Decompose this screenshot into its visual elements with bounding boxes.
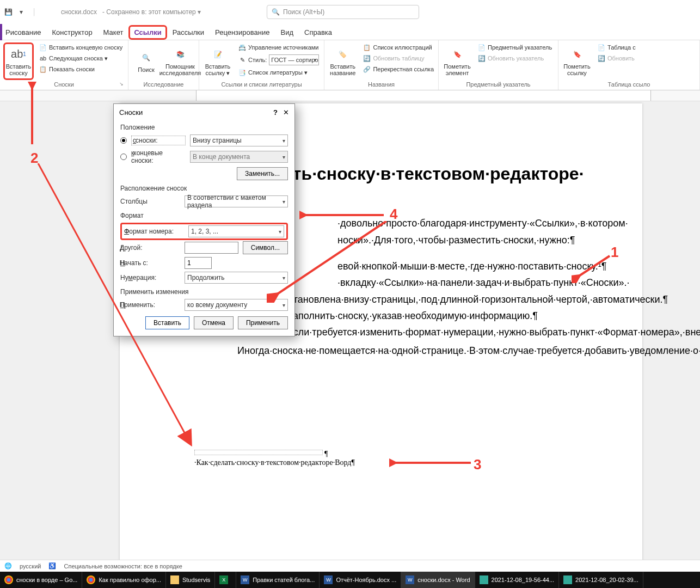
crossref-icon: 🔗 bbox=[363, 65, 371, 73]
search-button[interactable]: 🔍Поиск bbox=[132, 42, 161, 80]
tab-draw[interactable]: Рисование bbox=[0, 25, 46, 40]
layout-heading: Расположение сносок bbox=[120, 185, 288, 192]
subject-index-button[interactable]: 📄Предметный указатель bbox=[477, 42, 553, 52]
mark-entry-icon: 🔖 bbox=[450, 47, 465, 62]
numbering-select[interactable]: Продолжить bbox=[185, 272, 288, 284]
search-box[interactable]: 🔍 Поиск (Alt+Ы) bbox=[267, 5, 419, 19]
doc-li2a: ·вкладку·«Ссылки»·на·панели·задач·и·выбр… bbox=[337, 276, 599, 289]
insert-citation-button[interactable]: 📝Вставить ссылку ▾ bbox=[202, 42, 233, 80]
accessibility-icon[interactable]: ♿ bbox=[48, 562, 56, 569]
tab-help[interactable]: Справка bbox=[299, 25, 337, 40]
endnotes-label[interactable]: кконцевые сноски: bbox=[131, 149, 186, 164]
task-chrome-2[interactable]: Как правильно офор... bbox=[82, 572, 166, 588]
help-icon[interactable]: ? bbox=[273, 108, 278, 117]
mark-citation-button[interactable]: 🔖Пометить ссылку bbox=[562, 42, 592, 80]
task-excel[interactable]: X bbox=[215, 572, 236, 588]
start-label: ННачать с: bbox=[120, 259, 180, 267]
insert-endnote-button[interactable]: 📄Вставить концевую сноску bbox=[38, 42, 124, 52]
footnotes-label[interactable]: ссноски: bbox=[131, 136, 186, 145]
task-folder[interactable]: Studservis bbox=[166, 572, 215, 588]
manage-sources-button[interactable]: 📇Управление источниками bbox=[237, 42, 320, 52]
tab-review[interactable]: Рецензирование bbox=[210, 25, 275, 40]
tab-layout[interactable]: Макет bbox=[98, 25, 129, 40]
more-icon[interactable]: ▾ bbox=[16, 7, 26, 17]
cross-ref-button[interactable]: 🔗Перекрестная ссылка bbox=[362, 64, 435, 74]
update-table-button[interactable]: 🔄Обновить таблицу bbox=[362, 53, 435, 63]
apply-button[interactable]: Применить bbox=[238, 316, 288, 329]
task-word-2[interactable]: WОтчёт-Ноябрь.docx ... bbox=[320, 572, 401, 588]
toa-group-label: Таблица ссыло bbox=[562, 80, 696, 89]
apply-select[interactable]: ко всему документу bbox=[185, 299, 288, 311]
next-footnote-button[interactable]: abСледующая сноска ▾ bbox=[38, 53, 124, 63]
caption-icon: 🏷️ bbox=[335, 47, 351, 62]
numbering-label: Нумерация: bbox=[120, 274, 180, 281]
symbol-button[interactable]: Символ... bbox=[243, 241, 288, 254]
chrome-icon bbox=[87, 575, 95, 584]
image-icon bbox=[563, 575, 572, 584]
tab-view[interactable]: Вид bbox=[275, 25, 299, 40]
index-icon: 📄 bbox=[478, 44, 486, 51]
sources-icon: 📇 bbox=[238, 44, 246, 51]
task-img-2[interactable]: 2021-12-08_20-02-39... bbox=[559, 572, 643, 588]
document-area[interactable]: ать·сноску·в·текстовом·редакторе· ·довол… bbox=[0, 101, 700, 561]
footnotes-radio[interactable] bbox=[120, 137, 127, 144]
annotation-2: 2 bbox=[30, 150, 38, 167]
doc-heading: ать·сноску·в·текстовом·редакторе· bbox=[283, 163, 599, 184]
endnotes-position-select: В конце документа bbox=[190, 151, 288, 163]
next-footnote-icon: ab bbox=[39, 54, 47, 62]
footnote-pilcrow: ¶ bbox=[324, 450, 328, 458]
show-footnotes-button[interactable]: 📋Показать сноски bbox=[38, 64, 124, 74]
task-img-1[interactable]: 2021-12-08_19-56-44... bbox=[475, 572, 560, 588]
divider-icon: │ bbox=[29, 7, 39, 17]
endnotes-radio[interactable] bbox=[120, 154, 127, 160]
footnotes-position-select[interactable]: Внизу страницы bbox=[190, 134, 288, 146]
cancel-button[interactable]: Отмена bbox=[194, 316, 234, 329]
save-icon[interactable]: 💾 bbox=[3, 7, 13, 17]
tab-references[interactable]: Ссылки bbox=[128, 25, 167, 40]
apply-label: ППрименить: bbox=[120, 301, 180, 309]
columns-select[interactable]: В соответствии с макетом раздела bbox=[185, 195, 288, 207]
mark-citation-icon: 🔖 bbox=[569, 47, 585, 62]
dialog-titlebar[interactable]: Сноски ? ✕ bbox=[114, 104, 294, 120]
style-value[interactable]: ГОСТ — сортиро bbox=[269, 54, 319, 65]
bibliography-button[interactable]: 📑Список литературы ▾ bbox=[237, 68, 320, 77]
update-index-button[interactable]: 🔄Обновить указатель bbox=[477, 53, 553, 63]
start-spinner[interactable] bbox=[185, 257, 212, 269]
position-heading: Положение bbox=[120, 124, 288, 131]
footnote-text: ·Как·сделать·сноску·в·текстовом·редактор… bbox=[194, 458, 355, 467]
num-format-select[interactable]: 1, 2, 3, ... bbox=[188, 225, 284, 237]
citation-icon: 📝 bbox=[210, 47, 225, 62]
tab-mailings[interactable]: Рассылки bbox=[167, 25, 210, 40]
replace-button[interactable]: Заменить... bbox=[237, 167, 288, 180]
apply-heading: Применить изменения bbox=[120, 288, 288, 296]
close-icon[interactable]: ✕ bbox=[283, 108, 289, 117]
update-toa-icon: 🔄 bbox=[598, 54, 605, 62]
dialog-launcher-icon[interactable]: ↘ bbox=[119, 81, 124, 87]
word-icon: W bbox=[406, 575, 414, 584]
insert-caption-button[interactable]: 🏷️Вставить название bbox=[328, 42, 358, 80]
task-chrome[interactable]: сноски в ворде – Go... bbox=[0, 572, 82, 588]
other-label: дДругой: bbox=[120, 244, 180, 252]
toa-icon: 📄 bbox=[598, 44, 605, 51]
doc-li1: евой·кнопкой·мыши·в·месте,·где·нужно·пос… bbox=[337, 260, 599, 273]
insert-footnote-button[interactable]: ab1 Вставить сноску bbox=[3, 42, 34, 80]
tab-design[interactable]: Конструктор bbox=[46, 25, 97, 40]
lang-icon[interactable]: 🌐 bbox=[4, 562, 12, 569]
insert-button[interactable]: Вставить bbox=[145, 316, 189, 329]
chrome-icon bbox=[4, 575, 13, 584]
format-heading: Формат bbox=[120, 212, 288, 219]
other-input[interactable] bbox=[185, 242, 238, 254]
style-combo[interactable]: ✎Стиль:ГОСТ — сортиро bbox=[237, 53, 320, 66]
mark-entry-button[interactable]: 🔖Пометить элемент bbox=[442, 42, 472, 80]
ruler[interactable] bbox=[0, 90, 700, 101]
fig-list-button[interactable]: 📋Список иллюстраций bbox=[362, 42, 435, 52]
update-toa-button[interactable]: 🔄Обновить bbox=[597, 53, 637, 63]
toa-button[interactable]: 📄Таблица с bbox=[597, 42, 637, 52]
accessibility-label[interactable]: Специальные возможности: все в порядке bbox=[64, 563, 182, 569]
saved-to[interactable]: - Сохранено в: этот компьютер ▾ bbox=[102, 8, 201, 16]
magnifier-icon: 🔍 bbox=[139, 50, 154, 65]
lang-label[interactable]: русский bbox=[20, 563, 41, 569]
task-word-3[interactable]: Wсноски.docx - Word bbox=[401, 572, 475, 588]
task-word-1[interactable]: WПравки статей блога... bbox=[236, 572, 320, 588]
researcher-button[interactable]: 📚Помощник исследователя bbox=[165, 42, 195, 80]
